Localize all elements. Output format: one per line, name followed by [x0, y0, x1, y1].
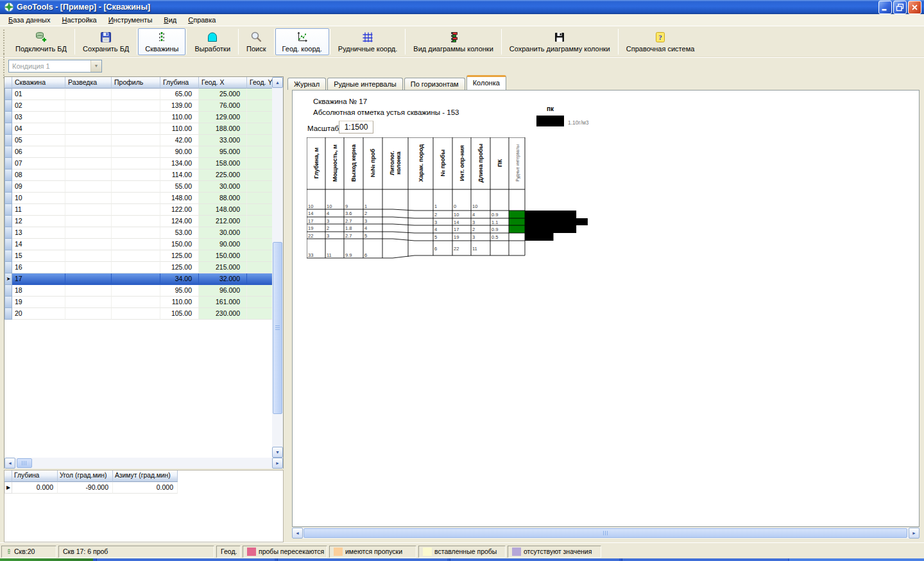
cell-profile[interactable] — [112, 112, 160, 123]
cell-well[interactable]: 13 — [12, 227, 65, 239]
cell-depth[interactable]: 110.00 — [160, 123, 199, 135]
cell-geod-y[interactable] — [247, 227, 273, 239]
row-selector[interactable] — [4, 193, 12, 204]
table-row[interactable]: 1895.0096.000 — [4, 285, 273, 297]
cell-exploration[interactable] — [65, 89, 112, 100]
table-row[interactable]: 14150.0090.000 — [4, 239, 273, 250]
cell-exploration[interactable] — [65, 250, 112, 262]
cell-geod-x[interactable]: 30.000 — [199, 227, 247, 239]
row-selector[interactable]: ➤ — [4, 273, 12, 285]
cell-geod-y[interactable] — [247, 262, 273, 273]
cell-geod-x[interactable]: 148.000 — [199, 204, 247, 216]
row-selector[interactable] — [4, 262, 12, 273]
cell-geod-y[interactable] — [247, 297, 273, 308]
row-selector[interactable] — [4, 285, 12, 297]
row-selector[interactable] — [4, 204, 12, 216]
cell-geod-y[interactable] — [247, 273, 273, 285]
cell-exploration[interactable] — [65, 123, 112, 135]
cell-well[interactable]: 01 — [12, 89, 65, 100]
cell-well[interactable]: 10 — [12, 193, 65, 204]
cell-geod-x[interactable]: 230.000 — [199, 308, 247, 320]
taskbar[interactable] — [0, 558, 924, 561]
row-selector[interactable] — [4, 239, 12, 250]
cell-well[interactable]: 04 — [12, 123, 65, 135]
start-button[interactable] — [0, 558, 93, 561]
cell-depth[interactable]: 124.00 — [160, 216, 199, 227]
row-selector[interactable] — [4, 123, 12, 135]
cell-well[interactable]: 18 — [12, 285, 65, 297]
scale-input[interactable]: 1:1500 — [339, 121, 373, 134]
column-header[interactable]: Геод. Y — [247, 77, 273, 89]
taskbar-button[interactable] — [96, 558, 275, 561]
menu-tools[interactable]: Инструменты — [103, 15, 158, 25]
cell-profile[interactable] — [112, 100, 160, 112]
cell-exploration[interactable] — [65, 285, 112, 297]
help-system-button[interactable]: ?Справочная система — [619, 28, 702, 55]
cell-geod-x[interactable]: 88.000 — [199, 193, 247, 204]
cell-profile[interactable] — [112, 169, 160, 181]
cell-geod-x[interactable]: 90.000 — [199, 239, 247, 250]
cell-geod-x[interactable]: 76.000 — [199, 100, 247, 112]
table-row[interactable]: 0165.0025.000 — [4, 89, 273, 100]
condition-combobox[interactable]: Кондиция 1 ▼ — [8, 60, 102, 73]
scroll-down-icon[interactable]: ▼ — [272, 447, 283, 458]
cell-geod-y[interactable] — [247, 204, 273, 216]
cell-geod-y[interactable] — [247, 146, 273, 158]
cell-geod-x[interactable]: 215.000 — [199, 262, 247, 273]
cell-profile[interactable] — [112, 250, 160, 262]
cell-well[interactable]: 11 — [12, 204, 65, 216]
cell-geod-y[interactable] — [247, 135, 273, 146]
search-button[interactable]: Поиск — [239, 28, 273, 55]
row-selector[interactable] — [4, 216, 12, 227]
cell-geod-y[interactable] — [247, 158, 273, 169]
connect-db-button[interactable]: Подключить БД — [8, 28, 74, 55]
row-selector[interactable] — [4, 181, 12, 193]
cell-well[interactable]: 08 — [12, 169, 65, 181]
cell-geod-y[interactable] — [247, 216, 273, 227]
cell-depth[interactable]: 110.00 — [160, 297, 199, 308]
row-selector[interactable] — [4, 89, 12, 100]
minimize-button[interactable] — [878, 1, 892, 14]
cell-well[interactable]: 03 — [12, 112, 65, 123]
table-row[interactable]: ➤1734.0032.000 — [4, 273, 273, 285]
column-header[interactable]: Скважина — [12, 77, 65, 89]
cell-depth[interactable]: 34.00 — [160, 273, 199, 285]
column-header[interactable]: Профиль — [112, 77, 160, 89]
tab-column[interactable]: Колонка — [466, 75, 506, 90]
table-row[interactable]: 20105.00230.000 — [4, 308, 273, 320]
restore-button[interactable] — [893, 1, 907, 14]
cell-well[interactable]: 15 — [12, 250, 65, 262]
cell-exploration[interactable] — [65, 135, 112, 146]
column-header[interactable]: Разведка — [65, 77, 112, 89]
workings-button[interactable]: Выработки — [187, 28, 237, 55]
table-row[interactable]: 15125.00150.000 — [4, 250, 273, 262]
cell-well[interactable]: 06 — [12, 146, 65, 158]
cell-geod-x[interactable]: 161.000 — [199, 297, 247, 308]
cell-profile[interactable] — [112, 158, 160, 169]
cell-geod-x[interactable]: 188.000 — [199, 123, 247, 135]
table-row[interactable]: 16125.00215.000 — [4, 262, 273, 273]
cell-exploration[interactable] — [65, 297, 112, 308]
wells-button[interactable]: Скважины — [138, 28, 185, 55]
cell-geod-x[interactable]: 158.000 — [199, 158, 247, 169]
cell-well[interactable]: 02 — [12, 100, 65, 112]
cell-exploration[interactable] — [65, 158, 112, 169]
cell-geod-y[interactable] — [247, 285, 273, 297]
tab-by-horizons[interactable]: По горизонтам — [404, 78, 465, 90]
toolbar-drag-handle[interactable] — [3, 54, 6, 78]
menu-settings[interactable]: Настройка — [56, 15, 103, 25]
cell-geod-y[interactable] — [247, 250, 273, 262]
cell-profile[interactable] — [112, 262, 160, 273]
cell-geod-x[interactable]: 150.000 — [199, 250, 247, 262]
cell-profile[interactable] — [112, 227, 160, 239]
cell-profile[interactable] — [112, 308, 160, 320]
cell-profile[interactable] — [112, 89, 160, 100]
taskbar-button[interactable] — [277, 558, 447, 561]
taskbar-button[interactable] — [622, 558, 788, 561]
toolbar-drag-handle[interactable] — [3, 30, 6, 54]
cell-profile[interactable] — [112, 297, 160, 308]
table-row[interactable]: 08114.00225.000 — [4, 169, 273, 181]
cell-geod-y[interactable] — [247, 112, 273, 123]
cell-geod-x[interactable]: 95.000 — [199, 146, 247, 158]
table-row[interactable]: 11122.00148.000 — [4, 204, 273, 216]
